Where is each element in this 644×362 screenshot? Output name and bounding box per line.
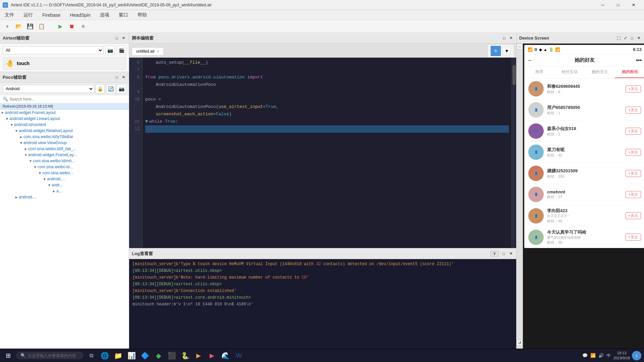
poco-close-button[interactable]: ✕ (121, 75, 126, 80)
taskbar-search[interactable]: 🔍 (16, 352, 83, 359)
airtest-record-button[interactable]: 📷 (105, 46, 115, 55)
tree-node-13[interactable]: ► a... (0, 188, 129, 194)
tree-node-12[interactable]: ▼ andr... (0, 182, 129, 188)
airtest-filter-select[interactable]: All (3, 46, 103, 54)
follow-button-4[interactable]: +关注 (626, 170, 641, 177)
poco-lock-button[interactable]: 🔒 (95, 84, 105, 94)
editor-restore-button[interactable]: □ (501, 36, 507, 41)
tree-node-1[interactable]: ▼ android.widget.LinearLayout (0, 116, 129, 122)
start-button[interactable]: ⊞ (3, 350, 13, 361)
layout-button[interactable]: ≡ (78, 22, 88, 31)
tree-node-9[interactable]: ▼ com.sina.weibo:id... (0, 164, 129, 170)
taskbar-airtest1-icon[interactable]: ▶ (193, 350, 204, 361)
phone-tab-0[interactable]: 推荐 (524, 66, 554, 78)
poco-refresh-button[interactable]: 🔄 (106, 84, 115, 94)
airtest-camera-button[interactable]: 🎬 (117, 46, 126, 55)
taskbar-app1-icon[interactable]: 🔷 (140, 350, 150, 361)
new-button[interactable]: + (3, 22, 12, 31)
follow-button-6[interactable]: +关注 (626, 212, 641, 219)
device-expand-button[interactable]: ⤢ (623, 36, 628, 41)
taskbar-chrome-icon[interactable]: 🌐 (99, 350, 110, 361)
follow-button-5[interactable]: +关注 (626, 191, 641, 198)
code-editor[interactable]: 6 7 8 9 10 11 12 auto_setup(__file__) (129, 58, 516, 248)
touch-item[interactable]: 🤚 touch (3, 57, 126, 70)
taskbar-ppt-icon[interactable]: 📊 (126, 350, 137, 361)
menu-file[interactable]: 文件 (0, 10, 19, 20)
editor-add-button[interactable]: + (491, 46, 501, 56)
stop-button[interactable]: ⏹ (67, 22, 76, 31)
taskview-button[interactable]: ⧉ (86, 350, 97, 361)
phone-tab-1[interactable]: 粉丝互动 (554, 66, 585, 78)
network-icon[interactable]: 📶 (590, 352, 596, 359)
save-all-button[interactable]: 📋 (37, 22, 46, 31)
airtest-close-button[interactable]: ✕ (121, 36, 126, 41)
editor-dropdown-button[interactable]: ▼ (503, 47, 511, 55)
tree-node-10[interactable]: ▼ com.sina.weibo... (0, 170, 129, 176)
taskbar-folder-icon[interactable]: 📁 (113, 350, 123, 361)
poco-search-input[interactable] (9, 97, 126, 102)
menu-options[interactable]: 选项 (95, 10, 114, 20)
tree-node-2[interactable]: ▼ android:id/content (0, 122, 129, 128)
code-content[interactable]: auto_setup(__file__) from poco.drivers.a… (143, 58, 512, 248)
menu-run[interactable]: 运行 (19, 10, 38, 20)
editor-scrollbar[interactable] (512, 58, 516, 248)
taskbar-word-icon[interactable]: W (233, 350, 244, 361)
back-icon[interactable]: ← (528, 57, 533, 63)
wechat-icon[interactable]: 💬 (582, 352, 588, 359)
tree-node-3[interactable]: ▼ android.widget.RelativeLayout (0, 128, 129, 134)
taskbar-pycharm-icon[interactable]: 🐍 (180, 350, 191, 361)
poco-tree-area[interactable]: ▼ android.widget.FrameLayout ▼ android.w… (0, 110, 129, 349)
phone-tab-2[interactable]: 她的关注 (585, 66, 615, 78)
run-button[interactable]: ▶ (56, 22, 65, 31)
poco-platform-select[interactable]: Android (3, 85, 94, 93)
side-arrow-button[interactable]: → (517, 44, 523, 50)
open-button[interactable]: 📂 (14, 22, 23, 31)
tree-node-7[interactable]: ▼ android.widget.FrameLay... (0, 152, 129, 158)
tree-node-6[interactable]: ► com.sina.weibo:id/ll_tab_... (0, 146, 129, 152)
taskbar-search-input[interactable] (28, 353, 78, 358)
follow-button-1[interactable]: +关注 (626, 107, 641, 114)
follow-button-3[interactable]: +关注 (626, 149, 641, 156)
minimize-button[interactable]: ─ (595, 0, 610, 10)
more-icon[interactable]: ••• (636, 57, 642, 63)
system-clock[interactable]: 18:13 2019/9/18 (613, 351, 630, 360)
taskbar-airtest2-icon[interactable]: ▶ (207, 350, 217, 361)
log-restore-button[interactable]: □ (501, 251, 506, 256)
input-icon[interactable]: 中 (606, 352, 611, 359)
editor-tab[interactable]: untitled.air ✕ (132, 47, 164, 55)
menu-firebase[interactable]: Firebase (38, 10, 65, 20)
side-circle-button[interactable]: ↺ (517, 340, 523, 346)
tree-node-4[interactable]: ► com.sina.weibo:id/lyTitleBar (0, 134, 129, 140)
follow-button-0[interactable]: +关注 (626, 85, 641, 93)
tree-node-14[interactable]: ► android.... (0, 194, 129, 200)
maximize-button[interactable]: □ (610, 0, 626, 10)
log-close-button[interactable]: ✕ (508, 251, 514, 256)
log-clear-button[interactable]: Y (490, 251, 499, 257)
taskbar-app3-icon[interactable]: ⬛ (166, 350, 177, 361)
tree-node-8[interactable]: ▼ com.sina.weibo:id/mh... (0, 158, 129, 164)
menu-window[interactable]: 窗口 (114, 10, 133, 20)
phone-tab-3[interactable]: 她的粉丝 (615, 66, 644, 78)
tree-node-0[interactable]: ▼ android.widget.FrameLayout (0, 110, 129, 116)
log-content[interactable]: [minitouch_server]b'Type B touch device … (129, 259, 516, 349)
notification-badge[interactable]: 1 (632, 351, 641, 360)
tree-node-11[interactable]: ▼ android.... (0, 176, 129, 182)
poco-screenshot-button[interactable]: 📷 (117, 84, 126, 94)
volume-icon[interactable]: 🔊 (598, 352, 604, 359)
follow-button-2[interactable]: +关注 (626, 128, 641, 135)
menu-headspin[interactable]: HeadSpin (65, 10, 95, 20)
close-button[interactable]: ✕ (626, 0, 641, 10)
editor-close-button[interactable]: ✕ (508, 36, 514, 41)
tree-node-5[interactable]: ▼ android.view.ViewGroup (0, 140, 129, 146)
taskbar-app2-icon[interactable]: ◆ (153, 350, 164, 361)
menu-help[interactable]: 帮助 (133, 10, 152, 20)
device-restore-button[interactable]: □ (629, 36, 635, 41)
device-close-button[interactable]: ✕ (636, 36, 641, 41)
tab-close-icon[interactable]: ✕ (157, 50, 159, 53)
save-button[interactable]: 💾 (25, 22, 35, 31)
airtest-restore-button[interactable]: □ (114, 36, 119, 41)
follow-button-7[interactable]: +关注 (626, 234, 641, 241)
device-fullscreen-button[interactable]: ⛶ (616, 36, 621, 41)
poco-restore-button[interactable]: □ (114, 75, 119, 80)
taskbar-app4-icon[interactable]: 🌊 (220, 350, 231, 361)
